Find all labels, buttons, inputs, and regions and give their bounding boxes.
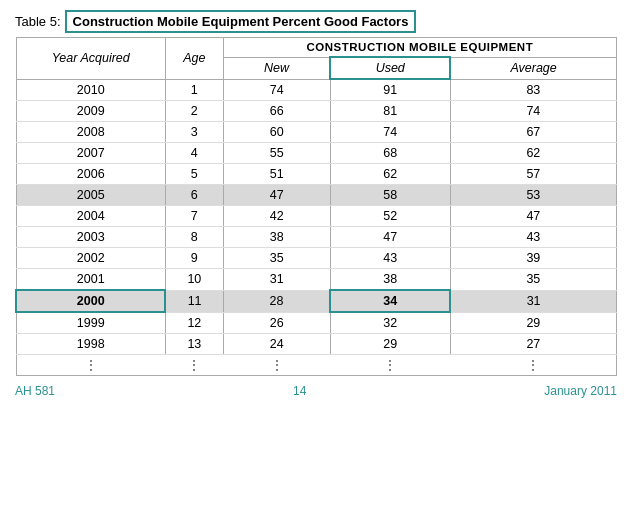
new-cell: 51: [223, 164, 330, 185]
age-cell: 9: [165, 248, 223, 269]
age-cell: 4: [165, 143, 223, 164]
table-row: 20101749183: [16, 79, 617, 101]
age-cell: 7: [165, 206, 223, 227]
avg-cell: 53: [450, 185, 616, 206]
page-container: Table 5: Construction Mobile Equipment P…: [15, 10, 617, 495]
new-cell: 24: [223, 334, 330, 355]
footer-center: 14: [293, 384, 306, 398]
table-body: 2010174918320092668174200836074672007455…: [16, 79, 617, 376]
table-row: 199912263229: [16, 312, 617, 334]
year-cell: 2007: [16, 143, 165, 164]
table-row: 20074556862: [16, 143, 617, 164]
avg-cell: 74: [450, 101, 616, 122]
new-cell: 26: [223, 312, 330, 334]
table-row: 199813242927: [16, 334, 617, 355]
new-cell: 55: [223, 143, 330, 164]
dots-cell: ⋮: [450, 355, 616, 376]
new-cell: 47: [223, 185, 330, 206]
footer-left: AH 581: [15, 384, 55, 398]
avg-cell: 47: [450, 206, 616, 227]
dots-cell: ⋮: [330, 355, 450, 376]
used-cell: 38: [330, 269, 450, 291]
avg-cell: 67: [450, 122, 616, 143]
table-row: 20056475853: [16, 185, 617, 206]
used-header: Used: [330, 57, 450, 79]
age-cell: 13: [165, 334, 223, 355]
avg-cell: 62: [450, 143, 616, 164]
table-row: 20083607467: [16, 122, 617, 143]
used-cell: 91: [330, 79, 450, 101]
table-row: 200011283431: [16, 290, 617, 312]
age-header: Age: [165, 38, 223, 80]
avg-cell: 57: [450, 164, 616, 185]
dots-cell: ⋮: [223, 355, 330, 376]
age-cell: 5: [165, 164, 223, 185]
table-row: 20065516257: [16, 164, 617, 185]
table-label: Table 5:: [15, 14, 61, 29]
table-row: 20047425247: [16, 206, 617, 227]
new-header: New: [223, 57, 330, 79]
new-cell: 28: [223, 290, 330, 312]
year-cell: 2001: [16, 269, 165, 291]
avg-cell: 35: [450, 269, 616, 291]
year-cell: 2002: [16, 248, 165, 269]
used-cell: 43: [330, 248, 450, 269]
used-cell: 32: [330, 312, 450, 334]
age-cell: 6: [165, 185, 223, 206]
age-cell: 10: [165, 269, 223, 291]
new-cell: 38: [223, 227, 330, 248]
age-cell: 1: [165, 79, 223, 101]
used-cell: 68: [330, 143, 450, 164]
avg-cell: 29: [450, 312, 616, 334]
footer-right: January 2011: [544, 384, 617, 398]
table-title: Construction Mobile Equipment Percent Go…: [65, 10, 417, 33]
footer: AH 581 14 January 2011: [15, 384, 617, 398]
avg-cell: 83: [450, 79, 616, 101]
year-cell: 1998: [16, 334, 165, 355]
cme-header: CONSTRUCTION MOBILE EQUIPMENT: [223, 38, 616, 58]
table-row: 20092668174: [16, 101, 617, 122]
age-cell: 12: [165, 312, 223, 334]
dots-row: ⋮⋮⋮⋮⋮: [16, 355, 617, 376]
year-cell: 2004: [16, 206, 165, 227]
table-row: 20038384743: [16, 227, 617, 248]
year-cell: 2009: [16, 101, 165, 122]
year-acquired-header: Year Acquired: [16, 38, 165, 80]
year-cell: 1999: [16, 312, 165, 334]
new-cell: 66: [223, 101, 330, 122]
avg-cell: 31: [450, 290, 616, 312]
average-header: Average: [450, 57, 616, 79]
used-cell: 52: [330, 206, 450, 227]
used-cell: 81: [330, 101, 450, 122]
used-cell: 62: [330, 164, 450, 185]
avg-cell: 43: [450, 227, 616, 248]
age-cell: 2: [165, 101, 223, 122]
dots-cell: ⋮: [165, 355, 223, 376]
year-cell: 2006: [16, 164, 165, 185]
new-cell: 60: [223, 122, 330, 143]
year-cell: 2003: [16, 227, 165, 248]
age-cell: 3: [165, 122, 223, 143]
year-cell: 2008: [16, 122, 165, 143]
table-row: 200110313835: [16, 269, 617, 291]
main-table: Year Acquired Age CONSTRUCTION MOBILE EQ…: [15, 37, 617, 376]
new-cell: 35: [223, 248, 330, 269]
year-cell: 2000: [16, 290, 165, 312]
used-cell: 29: [330, 334, 450, 355]
used-cell: 58: [330, 185, 450, 206]
new-cell: 74: [223, 79, 330, 101]
new-cell: 42: [223, 206, 330, 227]
used-cell: 34: [330, 290, 450, 312]
used-cell: 74: [330, 122, 450, 143]
avg-cell: 39: [450, 248, 616, 269]
new-cell: 31: [223, 269, 330, 291]
table-title-row: Table 5: Construction Mobile Equipment P…: [15, 10, 617, 33]
age-cell: 11: [165, 290, 223, 312]
year-cell: 2010: [16, 79, 165, 101]
header-row-1: Year Acquired Age CONSTRUCTION MOBILE EQ…: [16, 38, 617, 58]
dots-cell: ⋮: [16, 355, 165, 376]
avg-cell: 27: [450, 334, 616, 355]
age-cell: 8: [165, 227, 223, 248]
year-cell: 2005: [16, 185, 165, 206]
table-row: 20029354339: [16, 248, 617, 269]
